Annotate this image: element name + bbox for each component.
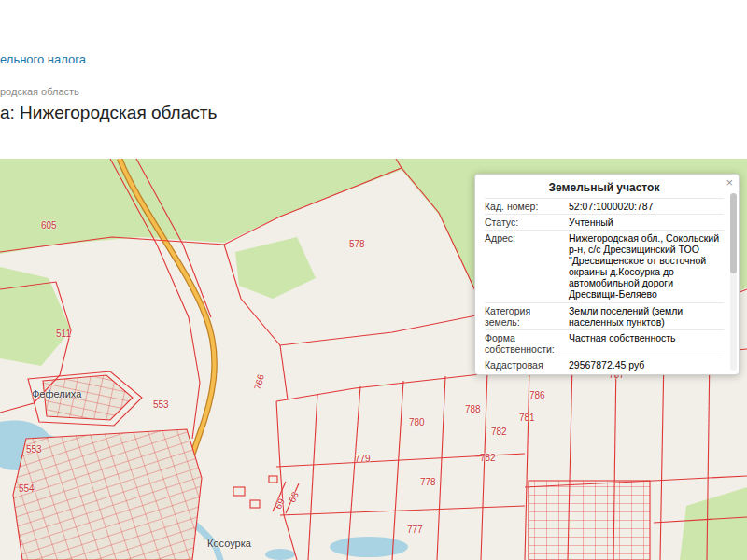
field-value: Земли поселений (земли населенных пункто…	[565, 305, 724, 328]
parcel-info-popup: × Земельный участок Кад. номер: 52:07:10…	[474, 174, 740, 375]
breadcrumb: родская область	[0, 86, 79, 97]
popup-rows: Кад. номер: 52:07:1000020:787 Статус: Уч…	[485, 198, 724, 375]
popup-row: Форма собственности: Частная собственнос…	[485, 329, 724, 357]
field-value: Учтенный	[565, 217, 724, 228]
popup-row: Категория земель: Земли поселений (земли…	[485, 302, 724, 329]
field-label: Кадастровая стоимость:	[485, 359, 565, 375]
header: ельного налога родская область а: Нижего…	[0, 0, 747, 159]
popup-title: Земельный участок	[485, 179, 724, 198]
popup-scrollbar[interactable]	[730, 193, 737, 371]
field-value: 29567872.45 руб	[565, 359, 724, 375]
field-value: Частная собственность	[565, 332, 724, 355]
popup-row: Кад. номер: 52:07:1000020:787	[485, 198, 724, 214]
page: ельного налога родская область а: Нижего…	[0, 0, 747, 560]
popup-row: Адрес: Нижегородская обл., Сокольский р-…	[485, 230, 724, 301]
field-label: Категория земель:	[485, 305, 565, 328]
field-label: Адрес:	[485, 232, 565, 300]
field-label: Форма собственности:	[485, 332, 565, 355]
field-label: Кад. номер:	[485, 201, 565, 212]
tax-calculator-link[interactable]: ельного налога	[0, 52, 86, 66]
popup-row: Статус: Учтенный	[485, 214, 724, 230]
close-icon[interactable]: ×	[726, 176, 733, 189]
scrollbar-thumb[interactable]	[730, 193, 737, 273]
field-value: 52:07:1000020:787	[565, 201, 724, 212]
field-value: Нижегородская обл., Сокольский р-н, с/с …	[565, 232, 724, 300]
field-label: Статус:	[485, 217, 565, 228]
popup-row: Кадастровая стоимость: 29567872.45 руб	[485, 357, 724, 375]
page-title: а: Нижегородская область	[0, 103, 217, 123]
